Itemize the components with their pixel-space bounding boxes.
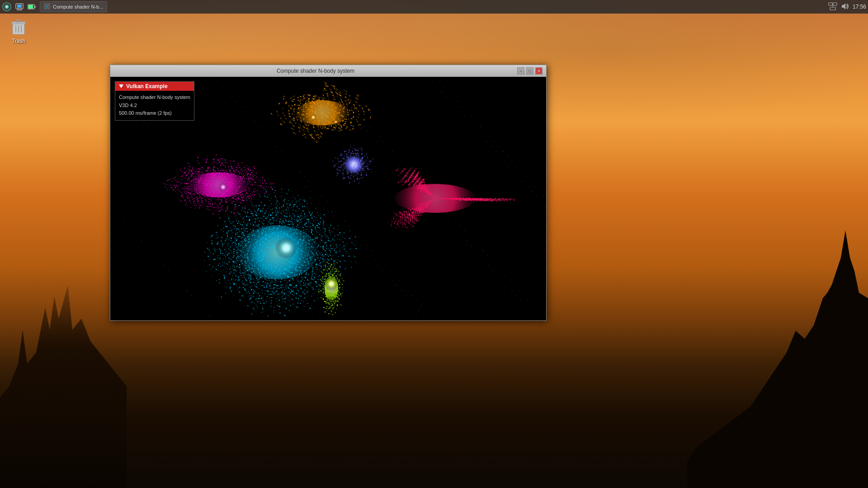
window-close-button[interactable]: ×: [535, 67, 542, 75]
network-icon: [828, 2, 837, 12]
overlay-header: Vulkan Example: [115, 82, 194, 91]
overlay-body: Compute shader N-body system V3D 4.2 500…: [115, 91, 194, 120]
svg-rect-14: [833, 3, 837, 5]
trash-icon-graphic: [10, 19, 27, 36]
overlay-line2: V3D 4.2: [119, 102, 190, 110]
triangle-icon: [119, 84, 123, 88]
trash-label: Trash: [12, 38, 25, 44]
system-icon-3[interactable]: [27, 2, 37, 12]
window-titlebar[interactable]: Compute shader N-body system − □ ×: [110, 65, 546, 77]
taskbar-right: 17:56: [828, 2, 866, 12]
window-minimize-button[interactable]: −: [517, 67, 524, 75]
svg-rect-24: [16, 20, 21, 22]
svg-marker-18: [842, 3, 845, 9]
svg-rect-10: [28, 5, 33, 9]
overlay-line1: Compute shader N-body system: [119, 94, 190, 102]
trash-desktop-icon[interactable]: Trash: [8, 17, 29, 46]
window-maximize-button[interactable]: □: [526, 67, 533, 75]
window-title: Compute shader N-body system: [114, 68, 517, 74]
clock: 17:56: [853, 4, 866, 10]
system-icon-2[interactable]: [14, 2, 24, 12]
svg-rect-13: [829, 3, 832, 5]
svg-text:V: V: [46, 5, 48, 9]
app-taskbar-button[interactable]: V Compute shader N-b...: [40, 1, 107, 12]
taskbar: V Compute shader N-b... 17:56: [0, 0, 868, 14]
svg-rect-9: [34, 6, 36, 8]
volume-icon: [841, 2, 849, 12]
app-taskbar-label: Compute shader N-b...: [53, 4, 103, 9]
svg-rect-17: [830, 7, 835, 10]
simulation-viewport: Vulkan Example Compute shader N-body sys…: [110, 77, 546, 320]
overlay-panel: Vulkan Example Compute shader N-body sys…: [115, 81, 194, 121]
taskbar-left: V Compute shader N-b...: [2, 1, 828, 12]
svg-rect-4: [17, 5, 22, 8]
app-window: Compute shader N-body system − □ × Vulka…: [110, 65, 547, 321]
app-icon: V: [44, 3, 51, 10]
svg-point-2: [6, 6, 8, 8]
overlay-line3: 500.00 ms/frame (2 fps): [119, 109, 190, 117]
window-controls: − □ ×: [517, 67, 542, 75]
system-icon-1[interactable]: [2, 2, 12, 12]
overlay-title: Vulkan Example: [126, 83, 168, 89]
